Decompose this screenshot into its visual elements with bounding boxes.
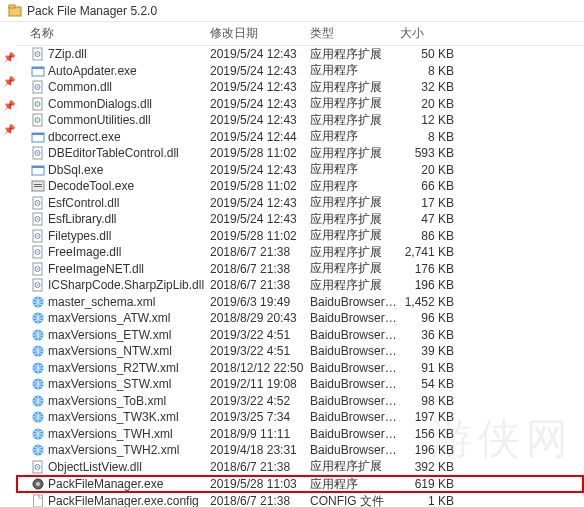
file-modified-date: 2019/3/22 4:52 <box>210 394 310 408</box>
file-row[interactable]: master_schema.xml2019/6/3 19:49BaiduBrow… <box>16 294 584 311</box>
file-modified-date: 2019/5/24 12:43 <box>210 196 310 210</box>
file-row[interactable]: Common.dll2019/5/24 12:43应用程序扩展32 KB <box>16 79 584 96</box>
file-modified-date: 2019/5/28 11:03 <box>210 477 310 491</box>
file-row[interactable]: maxVersions_ToB.xml2019/3/22 4:52BaiduBr… <box>16 393 584 410</box>
column-header-type[interactable]: 类型 <box>310 25 400 42</box>
file-size: 196 KB <box>400 443 454 457</box>
file-type-icon <box>30 163 45 177</box>
svg-rect-17 <box>32 133 44 135</box>
file-type-icon <box>30 146 45 160</box>
file-size: 54 KB <box>400 377 454 391</box>
file-name: FreeImageNET.dll <box>48 262 210 276</box>
file-modified-date: 2018/12/12 22:50 <box>210 361 310 375</box>
column-header-row: 名称 修改日期 类型 大小 <box>16 22 584 46</box>
file-row[interactable]: FreeImageNET.dll2018/6/7 21:38应用程序扩展176 … <box>16 261 584 278</box>
file-name: CommonDialogs.dll <box>48 97 210 111</box>
file-row[interactable]: dbcorrect.exe2019/5/24 12:44应用程序8 KB <box>16 129 584 146</box>
file-row[interactable]: maxVersions_ETW.xml2019/3/22 4:51BaiduBr… <box>16 327 584 344</box>
svg-point-4 <box>36 53 38 55</box>
column-header-date[interactable]: 修改日期 <box>210 25 310 42</box>
file-size: 1,452 KB <box>400 295 454 309</box>
file-size: 20 KB <box>400 97 454 111</box>
file-type-icon <box>30 130 45 144</box>
svg-point-20 <box>36 152 38 154</box>
file-row[interactable]: ObjectListView.dll2018/6/7 21:38应用程序扩展39… <box>16 459 584 476</box>
file-type: 应用程序扩展 <box>310 227 400 244</box>
file-type-icon <box>30 410 45 424</box>
pin-icon[interactable]: 📌 <box>3 52 13 62</box>
file-name: maxVersions_STW.xml <box>48 377 210 391</box>
file-row[interactable]: PackFileManager.exe2019/5/28 11:03应用程序61… <box>16 475 584 493</box>
svg-rect-1 <box>9 5 15 8</box>
file-row[interactable]: CommonUtilities.dll2019/5/24 12:43应用程序扩展… <box>16 112 584 129</box>
file-name: maxVersions_R2TW.xml <box>48 361 210 375</box>
svg-point-15 <box>36 119 38 121</box>
svg-point-37 <box>36 251 38 253</box>
file-type: BaiduBrowser H... <box>310 311 400 325</box>
file-type: 应用程序扩展 <box>310 244 400 261</box>
file-name: ObjectListView.dll <box>48 460 210 474</box>
file-type-icon <box>30 64 45 78</box>
file-row[interactable]: maxVersions_TWH2.xml2019/4/18 23:31Baidu… <box>16 442 584 459</box>
file-type-icon <box>30 229 45 243</box>
file-type-icon <box>30 477 45 491</box>
file-size: 91 KB <box>400 361 454 375</box>
file-row[interactable]: 7Zip.dll2019/5/24 12:43应用程序扩展50 KB <box>16 46 584 63</box>
file-row[interactable]: EsfControl.dll2019/5/24 12:43应用程序扩展17 KB <box>16 195 584 212</box>
file-type: 应用程序扩展 <box>310 194 400 211</box>
file-name: PackFileManager.exe <box>48 477 210 491</box>
file-row[interactable]: DbSql.exe2019/5/24 12:43应用程序20 KB <box>16 162 584 179</box>
file-type: BaiduBrowser H... <box>310 377 400 391</box>
pin-icon[interactable]: 📌 <box>3 76 13 86</box>
window-titlebar: Pack File Manager 5.2.0 <box>0 0 584 22</box>
file-size: 8 KB <box>400 130 454 144</box>
file-row[interactable]: PackFileManager.exe.config2018/6/7 21:38… <box>16 493 584 507</box>
svg-point-34 <box>36 235 38 237</box>
file-row[interactable]: EsfLibrary.dll2019/5/24 12:43应用程序扩展47 KB <box>16 211 584 228</box>
file-modified-date: 2019/5/24 12:43 <box>210 47 310 61</box>
file-row[interactable]: maxVersions_TWH.xml2018/9/9 11:11BaiduBr… <box>16 426 584 443</box>
file-size: 50 KB <box>400 47 454 61</box>
file-row[interactable]: CommonDialogs.dll2019/5/24 12:43应用程序扩展20… <box>16 96 584 113</box>
file-name: PackFileManager.exe.config <box>48 494 210 507</box>
file-type-icon <box>30 97 45 111</box>
file-row[interactable]: maxVersions_R2TW.xml2018/12/12 22:50Baid… <box>16 360 584 377</box>
file-type-icon <box>30 212 45 226</box>
file-size: 2,741 KB <box>400 245 454 259</box>
file-row[interactable]: FreeImage.dll2018/6/7 21:38应用程序扩展2,741 K… <box>16 244 584 261</box>
file-type: 应用程序扩展 <box>310 46 400 63</box>
file-type-icon <box>30 262 45 276</box>
file-size: 1 KB <box>400 494 454 507</box>
file-row[interactable]: ICSharpCode.SharpZipLib.dll2018/6/7 21:3… <box>16 277 584 294</box>
file-name: FreeImage.dll <box>48 245 210 259</box>
file-row[interactable]: maxVersions_TW3K.xml2019/3/25 7:34BaiduB… <box>16 409 584 426</box>
file-type: 应用程序 <box>310 178 400 195</box>
file-row[interactable]: maxVersions_NTW.xml2019/3/22 4:51BaiduBr… <box>16 343 584 360</box>
file-row[interactable]: Filetypes.dll2019/5/28 11:02应用程序扩展86 KB <box>16 228 584 245</box>
file-row[interactable]: maxVersions_STW.xml2019/2/11 19:08BaiduB… <box>16 376 584 393</box>
file-row[interactable]: AutoApdater.exe2019/5/24 12:43应用程序8 KB <box>16 63 584 80</box>
file-type-icon <box>30 311 45 325</box>
pin-icon[interactable]: 📌 <box>3 124 13 134</box>
file-name: AutoApdater.exe <box>48 64 210 78</box>
file-type-icon <box>30 245 45 259</box>
file-row[interactable]: maxVersions_ATW.xml2018/8/29 20:43BaiduB… <box>16 310 584 327</box>
file-modified-date: 2019/5/24 12:43 <box>210 80 310 94</box>
file-modified-date: 2019/3/25 7:34 <box>210 410 310 424</box>
file-name: maxVersions_TW3K.xml <box>48 410 210 424</box>
file-type-icon <box>30 196 45 210</box>
svg-rect-6 <box>32 67 44 69</box>
file-name: maxVersions_ToB.xml <box>48 394 210 408</box>
column-header-size[interactable]: 大小 <box>400 25 460 42</box>
column-header-name[interactable]: 名称 <box>30 25 210 42</box>
file-row[interactable]: DecodeTool.exe2019/5/28 11:02应用程序66 KB <box>16 178 584 195</box>
file-modified-date: 2019/3/22 4:51 <box>210 328 310 342</box>
file-modified-date: 2019/5/24 12:43 <box>210 212 310 226</box>
file-type: 应用程序扩展 <box>310 211 400 228</box>
file-modified-date: 2019/5/28 11:02 <box>210 179 310 193</box>
pin-icon[interactable]: 📌 <box>3 100 13 110</box>
file-name: ICSharpCode.SharpZipLib.dll <box>48 278 210 292</box>
svg-point-58 <box>36 482 40 486</box>
file-size: 98 KB <box>400 394 454 408</box>
file-row[interactable]: DBEditorTableControl.dll2019/5/28 11:02应… <box>16 145 584 162</box>
